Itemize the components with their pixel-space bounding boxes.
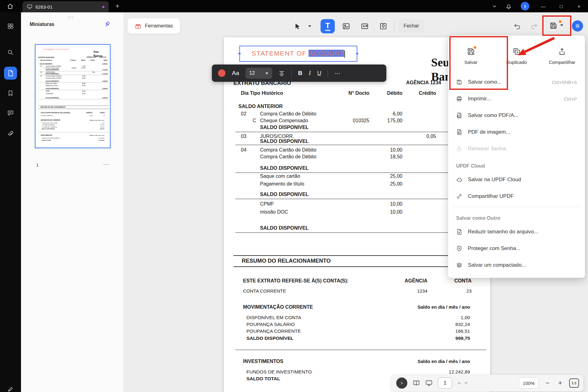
menu-item-proteger-senha[interactable]: Proteger com Senha... <box>448 240 585 257</box>
chevron-down-icon <box>492 3 497 9</box>
underline-button[interactable]: U <box>317 70 321 77</box>
stamp-pin-tool[interactable] <box>379 22 388 31</box>
avatar[interactable]: I <box>521 2 529 10</box>
menu-item-salvar-updf-cloud[interactable]: Salvar na UPDF Cloud <box>448 171 585 188</box>
menu-item-salvar-pdfa[interactable]: Salvar como PDF/A... <box>448 107 585 124</box>
maximize-button[interactable]: □ <box>552 0 570 12</box>
image-tool[interactable] <box>342 22 351 31</box>
font-family-button[interactable]: Aa <box>232 70 239 77</box>
mov-header-row: MOVIMENTAÇÃO CORRENTE Saldo en dia / mês… <box>40 119 107 121</box>
mov-row: POUPANÇA SALÁRIO832,24 <box>238 322 481 328</box>
close-button[interactable]: × <box>570 0 588 12</box>
statement-row: SALDO DISPONIVEL1.025,48 <box>238 225 481 232</box>
duplicate-icon <box>512 47 521 56</box>
mov-row: DISPONÍVEL EM CONTA1,00 <box>238 315 481 321</box>
statement-row: Pagamento de título25,00 <box>238 181 481 188</box>
resumo-ref-row: ESTE EXTRATO REFERE-SE À(S) CONTA(S): AG… <box>40 112 107 114</box>
notifications-button[interactable] <box>502 0 516 12</box>
document-icon <box>7 70 14 77</box>
menu-item-compartilhar-updf[interactable]: Compartilhar UPDF <box>448 188 585 205</box>
sidebar-item-apps[interactable] <box>4 20 17 33</box>
page-navigation-bar: › 1 100% − + 1:1 <box>392 375 583 391</box>
image-icon <box>342 22 350 30</box>
home-button[interactable] <box>6 2 15 10</box>
statement-row: SALDO DISPONIVEL1.112,98 <box>40 69 107 71</box>
page-stepper[interactable] <box>457 382 468 384</box>
sidebar-item-bookmarks[interactable] <box>4 87 17 100</box>
shield-icon <box>456 245 462 252</box>
save-button[interactable] <box>545 18 570 33</box>
window-chevron-button[interactable] <box>487 0 502 12</box>
italic-button[interactable]: I <box>309 70 311 77</box>
statement-row: SALDO DISPONIVEL1.112,98 <box>238 139 481 145</box>
menu-item-pdf-de-imagem[interactable]: PDF de imagem... <box>448 124 585 140</box>
new-tab-button[interactable]: + <box>113 2 122 10</box>
ferramentas-label: Ferramentas <box>145 23 173 29</box>
minimize-button[interactable]: — <box>534 0 552 12</box>
menu-action-compartilhar[interactable]: Compartilhar <box>539 39 585 73</box>
statement-row: SALDO DISPONIVEL1.048,48 <box>40 81 107 82</box>
statement-row: 02Compra Cartão de Débito6,00 <box>40 65 107 67</box>
fechar-button[interactable]: Fechar <box>398 19 424 33</box>
undo-icon <box>513 22 521 30</box>
expand-button[interactable]: › <box>396 377 407 389</box>
titlebar: 6263-01 + I — □ × <box>0 0 588 12</box>
mov-header-row: MOVIMENTAÇÃO CORRENTE Saldo en dia / mês… <box>238 304 481 311</box>
redo-button[interactable] <box>530 22 538 30</box>
statement-row: CCheque Compensado010325175,00 <box>40 67 107 69</box>
thumbnail-more-button[interactable]: ⋯ <box>103 161 109 168</box>
font-color-swatch[interactable] <box>218 69 225 77</box>
menu-item-salvar-compactado[interactable]: Salvar um compactado... <box>448 257 585 273</box>
menu-item-imprimir[interactable]: Imprimir... Ctrl+P <box>448 90 585 107</box>
menu-item-reduzir-tamanho[interactable]: Reduzir tamanho do arquivo... <box>448 223 585 240</box>
inv-row: FUNDOS DE INVESTIMENTO12.242,89 <box>40 138 107 140</box>
zoom-level[interactable]: 100% <box>519 377 539 389</box>
left-sidebar <box>0 12 21 392</box>
statement-row: Compra Cartão de Débito18,50 <box>238 154 481 161</box>
font-size-dropdown[interactable]: 12 <box>246 68 272 79</box>
form-card-tool[interactable] <box>360 22 369 31</box>
menu-action-duplicado[interactable]: Duplicado <box>494 39 540 73</box>
menu-action-salvar[interactable]: Salvar <box>448 39 494 73</box>
text-tool-active[interactable]: T <box>321 19 335 33</box>
align-button[interactable] <box>279 70 285 76</box>
menu-item-salvar-como[interactable]: Salvar como... Ctrl+Shift+S <box>448 74 585 90</box>
settings-button[interactable] <box>572 20 583 31</box>
menu-divider <box>453 207 580 207</box>
mov-row: DISPONÍVEL EM CONTA1,00 <box>40 122 107 124</box>
undo-button[interactable] <box>513 22 521 30</box>
sidebar-item-documents[interactable] <box>4 67 17 80</box>
select-tool-dropdown[interactable] <box>305 22 314 31</box>
page-thumbnail[interactable]: STATEMENT OF ACCOUNT Seu Banco EXTRATO B… <box>35 44 111 148</box>
statement-header-row: EXTRATO BANCÁRIO AGÊNCIA 1234 CONTA 23 <box>40 57 107 59</box>
sidebar-item-attachments[interactable] <box>4 127 17 140</box>
more-options-button[interactable]: ⋯ <box>334 70 341 77</box>
fit-actual-size-button[interactable]: 1:1 <box>569 378 579 388</box>
zoom-in-button[interactable]: + <box>556 379 564 387</box>
zoom-out-button[interactable]: − <box>544 379 551 387</box>
align-center-icon <box>279 70 285 76</box>
pin-panel-button[interactable] <box>104 21 111 28</box>
redo-icon <box>530 22 538 30</box>
resumo-account-row: CONTA CORRENTE 1234 23 <box>238 288 481 295</box>
ferramentas-button[interactable]: Ferramentas <box>128 18 180 34</box>
panel-drag-handle[interactable] <box>68 16 74 19</box>
menu-section-salvar-outro: Salvar como Outro <box>448 209 585 223</box>
sidebar-item-comments[interactable] <box>4 106 17 119</box>
pin-icon <box>104 21 111 28</box>
reading-mode-button[interactable] <box>413 379 420 387</box>
select-tool[interactable] <box>293 22 302 31</box>
page-number-input[interactable]: 1 <box>438 377 452 389</box>
resumo-header-row: RESUMO DO RELACIONAMENTO <box>238 258 481 264</box>
resumo-ref-row: ESTE EXTRATO REFERE-SE À(S) CONTA(S): AG… <box>238 278 481 285</box>
sidebar-item-signature[interactable] <box>4 383 17 392</box>
presentation-button[interactable] <box>425 379 433 387</box>
document-tab[interactable]: 6263-01 <box>23 1 109 12</box>
link-icon <box>456 193 462 199</box>
chevron-up-icon <box>457 380 461 384</box>
apps-grid-icon <box>7 23 14 30</box>
cursor-icon <box>294 23 301 30</box>
tab-title: 6263-01 <box>36 4 52 10</box>
sidebar-item-search[interactable] <box>4 46 17 59</box>
bold-button[interactable]: B <box>298 70 302 77</box>
